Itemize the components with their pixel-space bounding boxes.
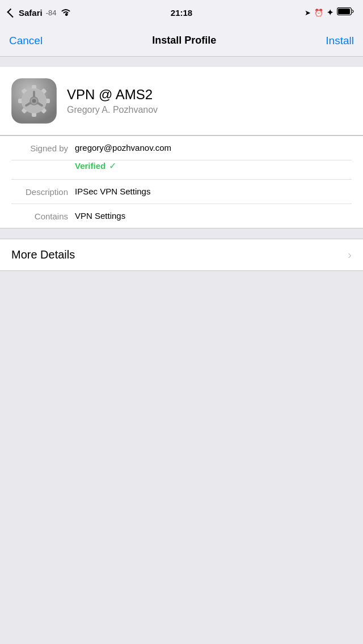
description-value: IPSec VPN Settings xyxy=(75,187,352,196)
more-details-section: More Details › xyxy=(0,239,363,271)
bluetooth-icon: ✦ xyxy=(327,8,334,17)
wifi-icon xyxy=(60,8,71,18)
section-spacer-top xyxy=(0,57,363,67)
signed-by-label: Signed by xyxy=(11,143,68,153)
details-section: Signed by gregory@pozhvanov.com Verified… xyxy=(0,135,363,228)
time-display: 21:18 xyxy=(171,8,192,18)
svg-point-14 xyxy=(32,99,36,103)
status-left: Safari -84 xyxy=(9,8,71,18)
back-arrow-icon xyxy=(7,9,16,18)
verified-row: Verified ✓ xyxy=(11,160,352,180)
description-label: Description xyxy=(11,187,68,197)
signed-by-value: gregory@pozhvanov.com xyxy=(75,143,352,152)
install-button[interactable]: Install xyxy=(326,35,354,47)
cancel-button[interactable]: Cancel xyxy=(9,35,43,47)
nav-title: Install Profile xyxy=(152,35,216,46)
more-details-row[interactable]: More Details › xyxy=(0,239,363,270)
verified-text: Verified xyxy=(75,161,105,171)
contains-value: VPN Settings xyxy=(75,211,352,221)
profile-name: VPN @ AMS2 xyxy=(67,87,158,103)
description-row: Description IPSec VPN Settings xyxy=(11,180,352,204)
status-right: ➤ ⏰ ✦ xyxy=(305,7,354,18)
profile-card: VPN @ AMS2 Gregory A. Pozhvanov xyxy=(0,67,363,135)
svg-rect-1 xyxy=(338,9,350,14)
profile-info: VPN @ AMS2 Gregory A. Pozhvanov xyxy=(67,87,158,115)
signal-strength: -84 xyxy=(46,9,57,17)
nav-bar: Cancel Install Profile Install xyxy=(0,25,363,57)
profile-icon xyxy=(11,78,57,124)
verified-check-icon: ✓ xyxy=(109,160,116,171)
contains-label: Contains xyxy=(11,211,68,221)
battery-icon xyxy=(337,7,354,18)
signed-by-row: Signed by gregory@pozhvanov.com xyxy=(11,136,352,160)
bottom-area xyxy=(0,271,363,498)
location-icon: ➤ xyxy=(305,9,311,17)
alarm-icon: ⏰ xyxy=(314,9,323,17)
verified-badge: Verified ✓ xyxy=(11,160,352,171)
status-bar: Safari -84 21:18 ➤ ⏰ ✦ xyxy=(0,0,363,25)
app-name: Safari xyxy=(19,8,43,18)
chevron-right-icon: › xyxy=(348,248,352,261)
profile-author: Gregory A. Pozhvanov xyxy=(67,105,158,115)
more-details-label: More Details xyxy=(11,248,75,261)
contains-row: Contains VPN Settings xyxy=(11,204,352,228)
